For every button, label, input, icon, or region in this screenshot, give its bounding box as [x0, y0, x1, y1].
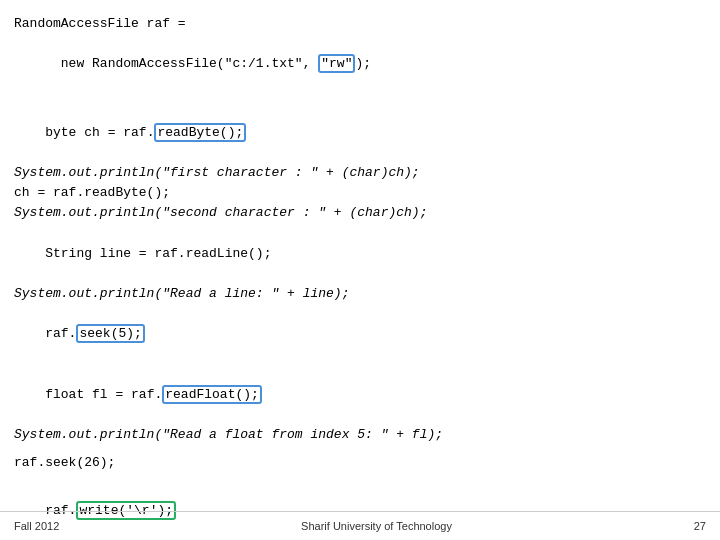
code-text: );	[355, 56, 371, 71]
code-text: String line = raf.readLine()	[45, 246, 263, 261]
footer-left: Fall 2012	[14, 520, 59, 532]
code-line-8: System.out.println("Read a line: " + lin…	[14, 284, 706, 304]
code-text: new RandomAccessFile("c:/1.txt",	[45, 56, 318, 71]
code-line-12: raf.seek(26);	[14, 453, 706, 473]
code-line-5: ch = raf.readByte();	[14, 183, 706, 203]
code-line-2: new RandomAccessFile("c:/1.txt", "rw");	[14, 34, 706, 94]
readbyte-highlight: readByte();	[154, 123, 246, 142]
code-line-9: raf.seek(5);	[14, 304, 706, 364]
code-text: byte ch = raf.	[45, 125, 154, 140]
code-line-10: float fl = raf.readFloat();	[14, 364, 706, 424]
code-text: ;	[264, 246, 272, 261]
code-line-3: byte ch = raf.readByte();	[14, 103, 706, 163]
code-area: RandomAccessFile raf = new RandomAccessF…	[0, 0, 720, 540]
code-line-1: RandomAccessFile raf =	[14, 14, 706, 34]
footer-center: Sharif University of Technology	[301, 520, 452, 532]
seek5-highlight: seek(5);	[76, 324, 144, 343]
footer: Fall 2012 Sharif University of Technolog…	[0, 511, 720, 540]
readfloat-highlight: readFloat();	[162, 385, 262, 404]
code-line-6: System.out.println("second character : "…	[14, 203, 706, 223]
code-line-4: System.out.println("first character : " …	[14, 163, 706, 183]
code-line-11: System.out.println("Read a float from in…	[14, 425, 706, 445]
code-text: float fl = raf.	[45, 387, 162, 402]
footer-right: 27	[694, 520, 706, 532]
rw-highlight: "rw"	[318, 54, 355, 73]
code-line-7: String line = raf.readLine();	[14, 223, 706, 283]
code-text: raf.	[45, 326, 76, 341]
